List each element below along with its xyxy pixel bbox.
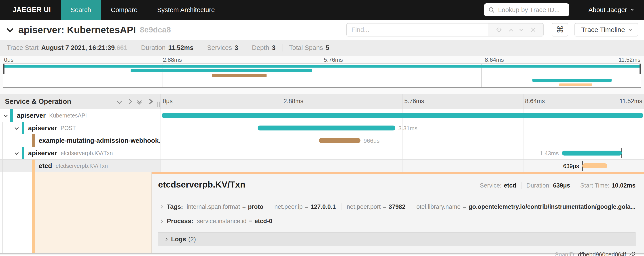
find-next-icon[interactable] <box>519 27 523 31</box>
trace-view-selector[interactable]: Trace Timeline <box>574 23 638 37</box>
span-bar[interactable] <box>258 126 395 130</box>
chevron-down-icon <box>628 27 632 31</box>
focus-target-icon[interactable] <box>496 27 502 33</box>
span-row-apiserver-post[interactable]: apiserverPOST 3.31ms <box>0 122 644 134</box>
span-detail-panel: etcdserverpb.KV/Txn Service:etcd Duratio… <box>152 172 644 253</box>
selected-span-color-bar <box>32 172 35 253</box>
span-duration-label: 639μs <box>563 163 579 170</box>
collapse-trace-chevron-icon[interactable] <box>6 25 14 32</box>
selected-span-highlight <box>35 172 152 253</box>
minimap-span-bar <box>212 74 266 77</box>
span-bar[interactable] <box>162 113 643 118</box>
span-bar[interactable] <box>562 151 622 155</box>
trace-id-lookup[interactable]: Lookup by Trace ID... <box>484 3 569 16</box>
span-row-apiserver-kubernetesapi[interactable]: apiserverKubernetesAPI <box>0 109 644 122</box>
deep-link-icon[interactable] <box>629 251 636 256</box>
chevron-down-icon[interactable] <box>14 126 18 130</box>
minimap-span-bar <box>130 69 312 72</box>
find-prev-icon[interactable] <box>509 29 513 33</box>
tags-accordion[interactable]: Tags: internal.span.format=proto net.pee… <box>158 203 636 210</box>
chevron-right-icon <box>164 237 168 241</box>
find-input[interactable] <box>346 23 488 37</box>
minimap-span-bar <box>559 84 592 86</box>
trace-id-lookup-placeholder: Lookup by Trace ID... <box>498 6 560 14</box>
span-rows: apiserverKubernetesAPI apiserverPOST 3.3… <box>0 109 644 172</box>
find-toolbar <box>488 23 544 37</box>
minimap-span-bar <box>532 79 612 82</box>
summary-services: Services 3 <box>207 44 238 52</box>
span-detail-meta: Service:etcd Duration:639μs Start Time:1… <box>480 182 636 189</box>
span-duration-label: 966μs <box>364 137 380 144</box>
column-resize-handle[interactable] <box>158 102 160 107</box>
nav-tab-system-architecture[interactable]: System Architecture <box>147 0 225 20</box>
timeline-ruler: 0μs 2.88ms 5.76ms 8.64ms 11.52ms <box>161 94 644 109</box>
span-detail-left-gutter <box>0 172 152 253</box>
about-jaeger-label: About Jaeger <box>588 6 627 14</box>
jaeger-trace-page: JAEGER UI Search Compare System Architec… <box>0 0 644 256</box>
timeline-minimap[interactable] <box>3 64 641 88</box>
span-bar[interactable] <box>582 163 607 168</box>
minimap-right-scrubber[interactable] <box>640 64 641 74</box>
chevron-right-icon <box>160 205 163 208</box>
top-navbar: JAEGER UI Search Compare System Architec… <box>0 0 644 20</box>
span-row-etcd-txn-selected[interactable]: etcdetcdserverpb.KV/Txn 639μs <box>0 159 644 172</box>
summary-trace-start: Trace Start August 7 2021, 16:21:39 .661 <box>7 44 128 52</box>
summary-total-spans: Total Spans 5 <box>289 44 330 52</box>
chevron-down-icon[interactable] <box>4 113 8 117</box>
span-duration-label: 3.31ms <box>398 125 418 132</box>
chevron-down-icon <box>630 8 634 11</box>
chevron-right-icon <box>160 219 163 223</box>
nav-tab-search[interactable]: Search <box>61 0 101 20</box>
trace-title: apiserver: KubernetesAPI <box>18 24 136 35</box>
summary-duration: Duration 11.52ms <box>141 44 194 52</box>
span-color-bar <box>22 122 24 134</box>
span-color-bar <box>32 134 35 147</box>
service-operation-header: Service & Operation <box>0 94 161 109</box>
span-row-webhook[interactable]: example-mutating-admission-webhook... 96… <box>0 134 644 147</box>
timeline-minimap-section: 0μs 2.88ms 5.76ms 8.64ms 11.52ms <box>0 56 644 94</box>
nav-tab-compare[interactable]: Compare <box>101 0 147 20</box>
trace-header: apiserver: KubernetesAPI 8e9dca8 ⌘ Trace… <box>0 20 644 40</box>
minimap-span-bar <box>4 65 640 68</box>
keyboard-shortcuts-button[interactable]: ⌘ <box>552 23 568 37</box>
trace-view-selector-label: Trace Timeline <box>581 26 625 34</box>
search-icon <box>488 7 495 13</box>
span-color-bar <box>10 109 13 122</box>
logs-accordion[interactable]: Logs (2) <box>158 232 636 246</box>
span-color-bar <box>22 147 24 159</box>
trace-summary-bar: Trace Start August 7 2021, 16:21:39 .661… <box>0 40 644 56</box>
timeline-column-headers: Service & Operation 0μs 2.88ms 5.76ms 8.… <box>0 94 644 109</box>
find-clear-icon[interactable] <box>530 27 536 33</box>
about-jaeger-menu[interactable]: About Jaeger <box>588 6 633 14</box>
span-detail-footer: SpanID: dfbebd960ced064f <box>158 251 636 256</box>
app-brand[interactable]: JAEGER UI <box>0 0 61 20</box>
expand-one-icon[interactable] <box>127 99 132 104</box>
collapse-all-icon[interactable] <box>138 99 141 104</box>
minimap-tick-labels: 0μs 2.88ms 5.76ms 8.64ms 11.52ms <box>0 56 644 64</box>
summary-depth: Depth 3 <box>252 44 276 52</box>
span-color-bar <box>32 160 35 172</box>
service-operation-title: Service & Operation <box>5 98 71 106</box>
span-detail-row: etcdserverpb.KV/Txn Service:etcd Duratio… <box>0 172 644 254</box>
span-bar[interactable] <box>319 138 360 143</box>
expand-all-icon[interactable] <box>148 100 152 103</box>
process-accordion[interactable]: Process: service.instance.id=etcd-0 <box>158 217 636 225</box>
trace-id-badge: 8e9dca8 <box>140 25 171 34</box>
collapse-one-icon[interactable] <box>117 99 122 104</box>
chevron-down-icon[interactable] <box>14 151 18 155</box>
span-duration-label: 1.43ms <box>540 150 559 157</box>
minimap-left-scrubber[interactable] <box>3 64 4 74</box>
span-row-apiserver-etcd-txn[interactable]: apiserveretcdserverpb.KV/Txn 1.43ms <box>0 147 644 159</box>
span-detail-title: etcdserverpb.KV/Txn <box>158 180 245 189</box>
